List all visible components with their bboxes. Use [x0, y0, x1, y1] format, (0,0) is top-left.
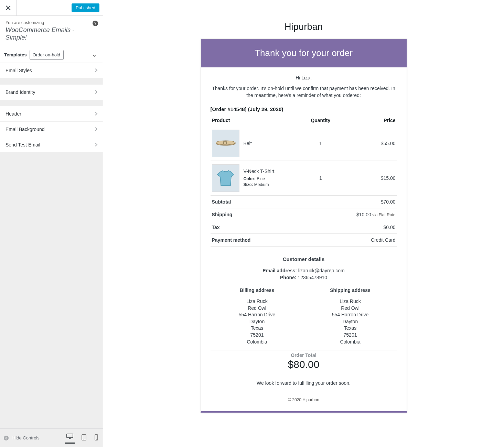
total-row-subtotal: Subtotal $70.00 — [211, 196, 397, 208]
desktop-icon — [66, 434, 73, 439]
sidebar-topbar: Published — [0, 0, 103, 16]
chevron-right-icon — [95, 142, 97, 148]
chevron-right-icon — [95, 68, 97, 73]
panel-row-email-styles[interactable]: Email Styles — [0, 63, 103, 78]
product-price: $15.00 — [336, 161, 397, 196]
intro-text: Thanks for your order. It's on-hold unti… — [211, 85, 397, 99]
panel-row-label: Send Test Email — [6, 142, 40, 148]
published-button[interactable]: Published — [72, 3, 99, 12]
order-number-line: [Order #14548] (July 29, 2020) — [211, 106, 397, 112]
panel-row-label: Brand Identity — [6, 89, 35, 95]
email-card: Thank you for your order Hi Liza, Thanks… — [201, 39, 407, 413]
billing-title: Billing address — [211, 287, 304, 294]
templates-row: Templates Order on-hold — [0, 47, 103, 63]
product-row: Belt 1 $55.00 — [211, 126, 397, 161]
product-thumbnail — [212, 164, 239, 192]
panel-row-header[interactable]: Header — [0, 106, 103, 122]
customer-details-heading: Customer details — [211, 256, 397, 262]
brand-title: Hipurban — [201, 22, 407, 32]
order-total-label: Order Total — [211, 352, 397, 358]
product-qty: 1 — [304, 126, 336, 161]
total-row-payment: Payment method Credit Card — [211, 234, 397, 247]
device-mobile-button[interactable] — [93, 433, 99, 443]
product-thumbnail — [212, 130, 239, 157]
panel-row-label: Email Background — [6, 127, 45, 132]
copyright: © 2020 Hipurban — [211, 397, 397, 402]
svg-rect-1 — [67, 434, 73, 438]
device-tablet-button[interactable] — [80, 433, 88, 443]
panel-row-label: Header — [6, 111, 21, 117]
help-button[interactable]: ? — [93, 21, 98, 26]
order-total-value: $80.00 — [211, 359, 397, 370]
tshirt-icon — [217, 170, 235, 186]
shipping-title: Shipping address — [304, 287, 397, 294]
svg-point-3 — [84, 439, 84, 440]
sidebar-footer: Hide Controls — [0, 428, 103, 447]
customizer-sidebar: Published You are customizing WooCommerc… — [0, 0, 103, 447]
email-body: Hi Liza, Thanks for your order. It's on-… — [201, 67, 407, 411]
col-price: Price — [336, 115, 397, 126]
product-row: V-Neck T-Shirt Color: Blue Size: Medium — [211, 161, 397, 196]
greeting: Hi Liza, — [211, 75, 397, 80]
customer-details: Email address: lizaruck@dayrep.com Phone… — [211, 268, 397, 281]
preview-area: Hipurban Thank you for your order Hi Liz… — [103, 0, 504, 447]
product-name: Belt — [244, 141, 252, 146]
templates-label: Templates — [4, 52, 27, 57]
close-icon — [6, 6, 11, 10]
addresses: Billing address Liza Ruck Red Owl 554 Ha… — [211, 287, 397, 345]
tablet-icon — [82, 434, 86, 440]
email-header: Thank you for your order — [201, 39, 407, 67]
product-attrs: Color: Blue Size: Medium — [244, 176, 275, 188]
product-price: $55.00 — [336, 126, 397, 161]
product-qty: 1 — [304, 161, 336, 196]
billing-address: Billing address Liza Ruck Red Owl 554 Ha… — [211, 287, 304, 345]
templates-select[interactable]: Order on-hold — [30, 50, 64, 60]
mobile-icon — [95, 434, 98, 440]
total-row-tax: Tax $0.00 — [211, 221, 397, 234]
device-switcher — [65, 432, 99, 444]
order-table: Product Quantity Price — [211, 115, 397, 247]
belt-icon — [215, 140, 236, 147]
chevron-right-icon — [95, 111, 97, 117]
shipping-address: Shipping address Liza Ruck Red Owl 554 H… — [304, 287, 397, 345]
col-quantity: Quantity — [304, 115, 336, 126]
chevron-right-icon — [95, 89, 97, 95]
product-name: V-Neck T-Shirt — [244, 168, 275, 174]
device-desktop-button[interactable] — [65, 432, 75, 444]
chevron-down-icon — [93, 52, 96, 58]
svg-point-5 — [96, 439, 97, 440]
hide-controls-label: Hide Controls — [12, 435, 40, 440]
panel-row-brand-identity[interactable]: Brand Identity — [0, 85, 103, 100]
closing-line: We look forward to fulfilling your order… — [211, 380, 397, 386]
panel-row-label: Email Styles — [6, 68, 32, 73]
sidebar-title-area: You are customizing WooCommerce Emails -… — [0, 16, 103, 47]
panel-row-send-test-email[interactable]: Send Test Email — [0, 137, 103, 153]
section-title: WooCommerce Emails - Simple! — [6, 26, 97, 41]
svg-point-0 — [4, 436, 9, 440]
email-preview: Hipurban Thank you for your order Hi Liz… — [201, 22, 407, 444]
close-button[interactable] — [0, 0, 17, 16]
col-product: Product — [211, 115, 305, 126]
chevron-left-circle-icon — [3, 435, 9, 441]
chevron-right-icon — [95, 127, 97, 132]
you-are-customizing-label: You are customizing — [6, 20, 97, 25]
panel-row-email-background[interactable]: Email Background — [0, 122, 103, 137]
hide-controls-button[interactable]: Hide Controls — [3, 435, 40, 441]
total-row-shipping: Shipping $10.00 via Flat Rate — [211, 208, 397, 221]
